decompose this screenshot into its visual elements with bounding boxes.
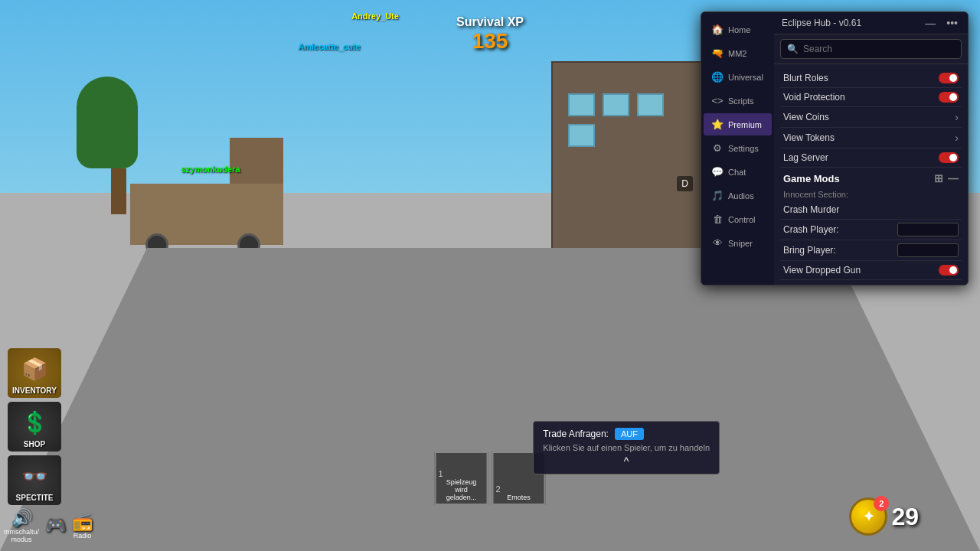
search-input[interactable] (803, 44, 955, 54)
bottom-controls: 🔊 mmschaltu/modus 🎮 📻 Radio (0, 504, 96, 547)
lag-server-toggle[interactable] (939, 152, 959, 163)
mm2-icon: 🔫 (711, 47, 724, 59)
inventory-label: INVENTORY (12, 386, 57, 395)
nav-item-audios[interactable]: 🎵 Audios (704, 184, 772, 207)
view-coins-chevron: › (955, 111, 959, 123)
premium-icon: ⭐ (711, 119, 724, 130)
coin-badge: 2 (874, 496, 889, 511)
crash-player-input[interactable] (897, 223, 959, 236)
shop-icon: 💲 (18, 406, 52, 440)
game-mods-minus-icon[interactable]: — (948, 172, 959, 184)
inventory-icon: 📦 (18, 352, 52, 386)
hotbar-slot-2-label: Emotes (507, 494, 531, 501)
feature-view-coins[interactable]: View Coins › (780, 107, 962, 128)
trade-auf-button[interactable]: AUF (615, 428, 644, 440)
nav-label-chat: Chat (728, 168, 746, 177)
kd-display: D (677, 176, 693, 191)
game-mods-grid-icon[interactable]: ⊞ (934, 172, 943, 184)
blurt-roles-label: Blurt Roles (783, 73, 828, 83)
panel-controls: — ••• (923, 17, 960, 29)
radio-control[interactable]: 📻 Radio (72, 512, 93, 540)
tree-trunk (111, 168, 126, 214)
coins-display: ✦ 2 29 (849, 497, 919, 536)
bring-player-label: Bring Player: (783, 245, 836, 256)
panel-minimize-button[interactable]: — (923, 17, 938, 29)
feature-crash-player: Crash Player: (780, 220, 962, 240)
left-hud-icons: 📦 INVENTORY 💲 SHOP 👓 SPECTITE (8, 348, 61, 505)
view-tokens-label: View Tokens (783, 132, 835, 143)
nav-item-scripts[interactable]: <> Scripts (704, 90, 772, 112)
nav-label-control: Control (728, 215, 755, 224)
control-icon: 🗑 (711, 214, 724, 225)
feature-void-protection: Void Protection (780, 88, 962, 107)
gamepad-control[interactable]: 🎮 (45, 516, 66, 536)
blurt-roles-toggle[interactable] (939, 73, 959, 83)
radio-label: Radio (74, 532, 92, 540)
spectate-label: SPECTITE (16, 494, 54, 502)
hotbar-slot-1-num: 1 (439, 469, 443, 478)
inventory-button[interactable]: 📦 INVENTORY (8, 348, 61, 398)
hotbar-slot-1-label: Spielzeugwirdgeladen... (446, 478, 477, 501)
window (568, 93, 595, 116)
coin-icon: ✦ 2 (849, 497, 887, 536)
panel-header: Eclipse Hub - v0.61 — ••• (774, 12, 968, 34)
crash-player-label: Crash Player: (783, 224, 839, 235)
panel-content: Blurt Roles Void Protection View Coins ›… (774, 64, 968, 285)
nav-item-chat[interactable]: 💬 Chat (704, 161, 772, 183)
panel-sidebar: 🏠 Home 🔫 MM2 🌐 Universal <> Scripts ⭐ Pr… (701, 12, 774, 285)
tree-top (77, 77, 138, 168)
audios-icon: 🎵 (711, 190, 724, 201)
nav-label-settings: Settings (728, 144, 759, 153)
search-icon: 🔍 (787, 44, 799, 54)
settings-icon: ⚙ (711, 142, 724, 154)
nav-item-sniper[interactable]: 👁 Sniper (704, 232, 772, 254)
void-protection-label: Void Protection (783, 92, 845, 103)
audio-icon[interactable]: 🔊 (11, 508, 32, 528)
home-icon: 🏠 (711, 24, 724, 35)
view-tokens-chevron: › (955, 132, 959, 144)
audio-control[interactable]: 🔊 mmschaltu/modus (4, 508, 39, 543)
nav-item-premium[interactable]: ⭐ Premium (704, 113, 772, 135)
feature-lag-server: Lag Server (780, 148, 962, 168)
shop-button[interactable]: 💲 SHOP (8, 402, 61, 452)
nav-item-mm2[interactable]: 🔫 MM2 (704, 42, 772, 64)
score-value: 29 (891, 503, 919, 531)
coin-symbol: ✦ (863, 508, 874, 525)
trade-header: Trade Anfragen: AUF (543, 428, 710, 440)
audio-label: mmschaltu/modus (4, 528, 39, 543)
nav-label-scripts: Scripts (728, 96, 754, 106)
spectate-button[interactable]: 👓 SPECTITE (8, 455, 61, 505)
view-dropped-gun-toggle[interactable] (939, 265, 959, 276)
feature-crash-murder[interactable]: Crash Murder (780, 201, 962, 220)
panel-title: Eclipse Hub - v0.61 (782, 18, 861, 28)
chat-icon: 💬 (711, 166, 724, 178)
bring-player-input[interactable] (897, 243, 959, 257)
nav-item-home[interactable]: 🏠 Home (704, 18, 772, 41)
panel-more-button[interactable]: ••• (944, 17, 960, 29)
game-mods-section: Game Mods ⊞ — (780, 168, 962, 187)
window (603, 93, 629, 116)
nav-item-settings[interactable]: ⚙ Settings (704, 137, 772, 159)
eclipse-panel: 🏠 Home 🔫 MM2 🌐 Universal <> Scripts ⭐ Pr… (701, 11, 969, 285)
nav-label-universal: Universal (728, 73, 763, 82)
feature-view-tokens[interactable]: View Tokens › (780, 128, 962, 148)
survival-xp-display: Survival XP 135 (456, 15, 524, 54)
trade-label: Trade Anfragen: (543, 429, 609, 439)
shop-label: SHOP (24, 440, 45, 448)
feature-bring-player: Bring Player: (780, 240, 962, 261)
panel-main: Eclipse Hub - v0.61 — ••• 🔍 Blurt Roles … (774, 12, 968, 285)
nav-item-control[interactable]: 🗑 Control (704, 208, 772, 230)
feature-blurt-roles: Blurt Roles (780, 69, 962, 88)
trade-notification: Trade Anfragen: AUF Klicken Sie auf eine… (533, 421, 720, 474)
nav-label-mm2: MM2 (728, 49, 746, 58)
radio-icon[interactable]: 📻 (72, 512, 93, 532)
nav-label-home: Home (728, 25, 750, 34)
void-protection-toggle[interactable] (939, 92, 959, 103)
gamepad-icon[interactable]: 🎮 (45, 516, 66, 536)
scripts-icon: <> (711, 95, 724, 106)
sniper-icon: 👁 (711, 237, 724, 249)
survival-xp-value: 135 (456, 29, 524, 54)
hotbar-slot-1[interactable]: 1 Spielzeugwirdgeladen... (435, 452, 488, 505)
universal-icon: 🌐 (711, 71, 724, 83)
nav-item-universal[interactable]: 🌐 Universal (704, 66, 772, 88)
